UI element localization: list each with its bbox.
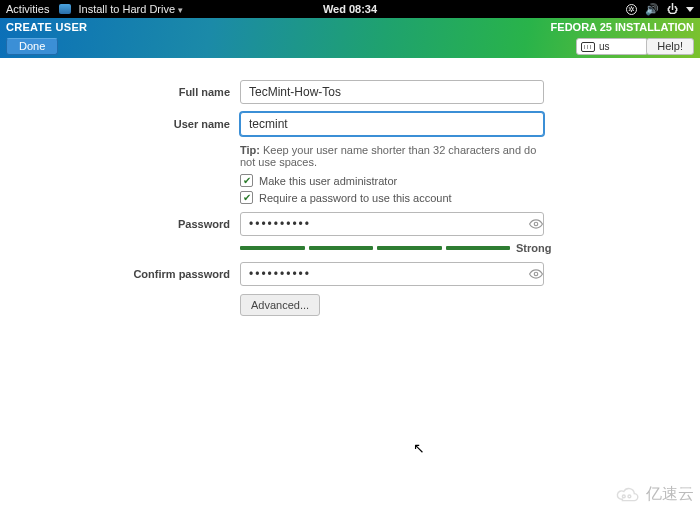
page-title: CREATE USER: [6, 21, 87, 33]
done-button[interactable]: Done: [6, 38, 58, 55]
create-user-form: Full name User name Tip: Keep your user …: [0, 80, 700, 324]
eye-icon: [529, 217, 543, 231]
app-menu-label: Install to Hard Drive: [78, 3, 175, 15]
gnome-top-bar: Activities Install to Hard Drive Wed 08:…: [0, 0, 700, 18]
mouse-cursor-icon: ↖: [413, 440, 425, 456]
confirm-visibility-toggle[interactable]: [528, 266, 544, 282]
fullname-label: Full name: [0, 86, 240, 98]
eye-icon: [529, 267, 543, 281]
svg-point-1: [534, 272, 538, 276]
keyboard-layout-indicator[interactable]: us: [576, 38, 648, 55]
system-menu-chevron-icon[interactable]: [686, 7, 694, 12]
harddrive-icon: [59, 4, 71, 14]
confirm-password-input[interactable]: [240, 262, 544, 286]
username-input[interactable]: [240, 112, 544, 136]
password-visibility-toggle[interactable]: [528, 216, 544, 232]
watermark: 亿速云: [614, 484, 694, 505]
svg-point-0: [534, 222, 538, 226]
password-label: Password: [0, 218, 240, 230]
help-button[interactable]: Help!: [646, 38, 694, 55]
require-password-checkbox-row[interactable]: ✔ Require a password to use this account: [240, 191, 550, 204]
require-password-label: Require a password to use this account: [259, 192, 452, 204]
accessibility-icon[interactable]: ✲: [626, 4, 637, 15]
confirm-password-label: Confirm password: [0, 268, 240, 280]
clock-label[interactable]: Wed 08:34: [323, 3, 377, 15]
keyboard-icon: [581, 42, 595, 52]
activities-button[interactable]: Activities: [6, 3, 49, 15]
fullname-input[interactable]: [240, 80, 544, 104]
app-menu[interactable]: Install to Hard Drive: [59, 3, 183, 15]
password-input[interactable]: [240, 212, 544, 236]
make-admin-label: Make this user administrator: [259, 175, 397, 187]
svg-point-2: [622, 495, 625, 498]
username-label: User name: [0, 118, 240, 130]
power-icon[interactable]: ⏻: [667, 3, 678, 15]
password-strength-meter: Strong: [240, 242, 550, 254]
product-label: FEDORA 25 INSTALLATION: [551, 21, 694, 33]
cloud-icon: [614, 486, 642, 504]
password-strength-label: Strong: [516, 242, 551, 254]
keyboard-layout-label: us: [599, 41, 610, 52]
username-tip: Tip: Keep your user name shorter than 32…: [240, 144, 550, 168]
make-admin-checkbox-row[interactable]: ✔ Make this user administrator: [240, 174, 550, 187]
svg-point-3: [628, 495, 631, 498]
installer-header: CREATE USER FEDORA 25 INSTALLATION Done …: [0, 18, 700, 58]
volume-icon[interactable]: 🔊: [645, 3, 659, 16]
make-admin-checkbox[interactable]: ✔: [240, 174, 253, 187]
advanced-button[interactable]: Advanced...: [240, 294, 320, 316]
require-password-checkbox[interactable]: ✔: [240, 191, 253, 204]
